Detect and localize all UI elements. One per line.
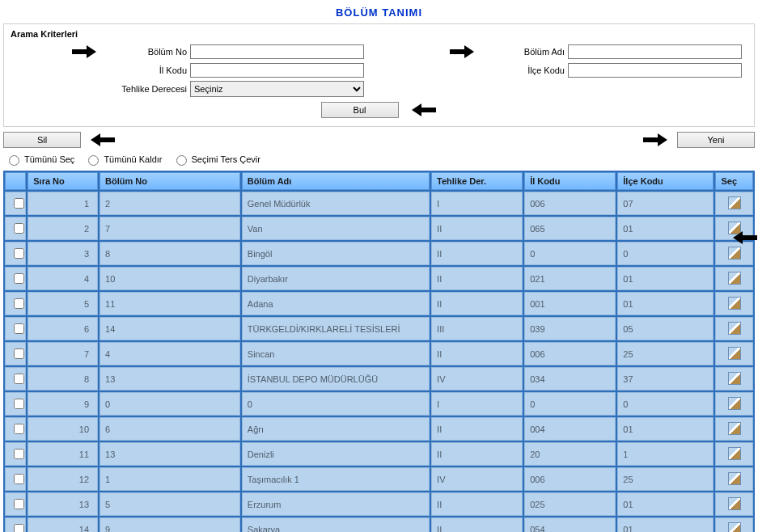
- cell-tehlike: I: [431, 192, 523, 215]
- cell-il: 034: [524, 367, 616, 391]
- col-ilce: İlçe Kodu: [617, 172, 714, 190]
- cell-bolum-no: 7: [100, 217, 240, 240]
- cell-il: 054: [524, 517, 616, 532]
- cell-ilce: 01: [617, 492, 714, 516]
- row-checkbox[interactable]: [14, 273, 24, 284]
- table-header-row: Sıra No Bölüm No Bölüm Adı Tehlike Der. …: [5, 172, 753, 190]
- row-checkbox[interactable]: [14, 424, 24, 434]
- table-row: 38BingölII00: [5, 242, 753, 265]
- row-checkbox[interactable]: [14, 474, 24, 484]
- edit-icon[interactable]: [728, 397, 741, 410]
- page-title: BÖLÜM TANIMI: [3, 6, 755, 19]
- row-checkbox[interactable]: [14, 374, 24, 384]
- ilce-kodu-input[interactable]: [568, 63, 742, 78]
- yeni-button[interactable]: Yeni: [677, 132, 755, 148]
- edit-icon[interactable]: [728, 472, 741, 485]
- col-bolum-adi: Bölüm Adı: [242, 172, 430, 190]
- cell-bolum-no: 11: [100, 292, 240, 315]
- cell-sira: 14: [28, 517, 98, 532]
- row-checkbox[interactable]: [14, 198, 24, 209]
- edit-icon[interactable]: [728, 247, 741, 260]
- cell-il: 025: [524, 492, 616, 516]
- sil-button[interactable]: Sil: [3, 132, 81, 148]
- row-checkbox[interactable]: [14, 499, 24, 509]
- cell-sira: 2: [28, 217, 98, 240]
- bolum-no-input[interactable]: [190, 44, 364, 59]
- arrow-left-icon: [730, 230, 758, 246]
- table-row: 27VanII06501: [5, 217, 753, 240]
- cell-bolum-no: 9: [100, 517, 240, 532]
- table-row: 813İSTANBUL DEPO MÜDÜRLÜĞÜIV03437: [5, 367, 753, 391]
- table-row: 511AdanaII00101: [5, 292, 753, 315]
- arrow-right-icon: [70, 44, 100, 60]
- table-row: 614TÜRKGELDİ/KIRKLARELİ TESİSLERİIII0390…: [5, 317, 753, 340]
- row-checkbox[interactable]: [14, 524, 24, 532]
- row-checkbox[interactable]: [14, 248, 24, 259]
- edit-icon[interactable]: [728, 322, 741, 335]
- bul-button[interactable]: Bul: [321, 102, 399, 118]
- cell-ilce: 01: [617, 417, 714, 441]
- cell-il: 004: [524, 417, 616, 441]
- cell-tehlike: II: [431, 217, 523, 240]
- cell-tehlike: II: [431, 267, 523, 290]
- cell-ilce: 01: [617, 267, 714, 290]
- row-checkbox[interactable]: [14, 399, 24, 409]
- cell-bolum-adi: Sincan: [242, 342, 430, 365]
- edit-icon[interactable]: [728, 522, 741, 533]
- cell-il: 0: [524, 242, 616, 265]
- bolum-adi-label: Bölüm Adı: [484, 47, 565, 57]
- row-checkbox[interactable]: [14, 348, 24, 359]
- cell-bolum-adi: Sakarya: [242, 517, 430, 532]
- cell-sira: 6: [28, 317, 98, 340]
- row-checkbox[interactable]: [14, 323, 24, 334]
- cell-sira: 1: [28, 192, 98, 215]
- cell-tehlike: II: [431, 342, 523, 365]
- cell-bolum-no: 1: [100, 467, 240, 491]
- cell-ilce: 25: [617, 467, 714, 491]
- cell-bolum-no: 14: [100, 317, 240, 340]
- cell-bolum-adi: Taşımacılık 1: [242, 467, 430, 491]
- cell-il: 039: [524, 317, 616, 340]
- cell-sira: 11: [28, 442, 98, 466]
- select-all-radio[interactable]: Tümünü Seç: [5, 153, 74, 166]
- edit-icon[interactable]: [728, 447, 741, 460]
- edit-icon[interactable]: [728, 497, 741, 510]
- cell-bolum-adi: Ağrı: [242, 417, 430, 441]
- cell-tehlike: II: [431, 292, 523, 315]
- cell-tehlike: IV: [431, 367, 523, 391]
- edit-icon[interactable]: [728, 422, 741, 435]
- cell-ilce: 25: [617, 342, 714, 365]
- edit-icon[interactable]: [728, 272, 741, 285]
- edit-icon[interactable]: [728, 297, 741, 310]
- edit-icon[interactable]: [728, 347, 741, 360]
- row-checkbox[interactable]: [14, 223, 24, 234]
- cell-bolum-adi: Van: [242, 217, 430, 240]
- edit-icon[interactable]: [728, 372, 741, 385]
- cell-tehlike: IV: [431, 467, 523, 491]
- selection-row: Tümünü Seç Tümünü Kaldır Seçimi Ters Çev…: [5, 153, 755, 166]
- cell-sira: 12: [28, 467, 98, 491]
- cell-bolum-no: 4: [100, 342, 240, 365]
- col-sec: Seç: [715, 172, 753, 190]
- cell-ilce: 05: [617, 317, 714, 340]
- cell-bolum-no: 2: [100, 192, 240, 215]
- edit-icon[interactable]: [728, 196, 741, 209]
- cell-sira: 5: [28, 292, 98, 315]
- row-checkbox[interactable]: [14, 449, 24, 459]
- table-row: 74SincanII00625: [5, 342, 753, 365]
- col-tehlike: Tehlike Der.: [431, 172, 523, 190]
- row-checkbox[interactable]: [14, 298, 24, 309]
- select-none-radio[interactable]: Tümünü Kaldır: [84, 153, 162, 166]
- cell-il: 20: [524, 442, 616, 466]
- cell-ilce: 07: [617, 192, 714, 215]
- tehlike-select[interactable]: Seçiniz: [190, 81, 364, 97]
- cell-bolum-adi: 0: [242, 392, 430, 416]
- arrow-left-icon: [409, 102, 438, 118]
- il-kodu-input[interactable]: [190, 63, 364, 78]
- select-invert-radio[interactable]: Seçimi Ters Çevir: [172, 153, 260, 166]
- cell-tehlike: II: [431, 442, 523, 466]
- cell-ilce: 01: [617, 292, 714, 315]
- cell-bolum-no: 8: [100, 242, 240, 265]
- bolum-adi-input[interactable]: [568, 44, 742, 59]
- cell-tehlike: II: [431, 417, 523, 441]
